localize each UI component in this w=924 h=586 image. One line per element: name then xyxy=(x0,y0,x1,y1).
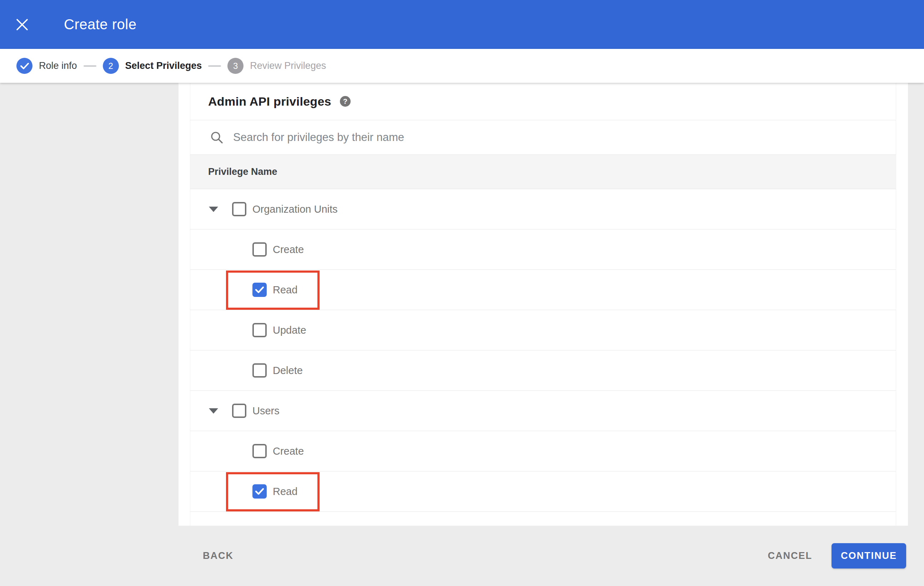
panel-title: Admin API privileges xyxy=(208,95,331,109)
row-label: Delete xyxy=(273,365,303,377)
table-row-read: Read xyxy=(190,471,896,512)
checkbox-users[interactable] xyxy=(232,403,246,418)
table-row-read: Read xyxy=(190,270,896,310)
appbar: Create role xyxy=(0,0,924,49)
row-label: Organization Units xyxy=(252,203,338,215)
checkbox-delete[interactable] xyxy=(252,363,267,378)
search-icon xyxy=(210,131,223,144)
panel-header: Admin API privileges ? xyxy=(190,83,896,120)
step-number: 3 xyxy=(228,58,244,74)
table-row-create: Create xyxy=(190,229,896,270)
privilege-name-column-header: Privilege Name xyxy=(208,166,277,177)
checkbox-read[interactable] xyxy=(252,283,267,297)
table-row-delete: Delete xyxy=(190,351,896,391)
step-review-privileges[interactable]: 3 Review Privileges xyxy=(228,58,326,74)
cancel-button[interactable]: CANCEL xyxy=(768,550,813,561)
table-row-users: Users xyxy=(190,391,896,431)
dialog-title: Create role xyxy=(64,16,136,33)
table-row-create: Create xyxy=(190,431,896,471)
checkbox-update[interactable] xyxy=(252,323,267,337)
checkbox-create[interactable] xyxy=(252,444,267,458)
collapse-arrow-icon[interactable] xyxy=(209,408,218,414)
row-label: Users xyxy=(252,405,280,417)
stepper: Role info 2 Select Privileges 3 Review P… xyxy=(0,49,924,83)
close-icon[interactable] xyxy=(15,18,29,31)
table-row-partial xyxy=(190,512,896,525)
back-button[interactable]: BACK xyxy=(203,550,234,561)
checkmark-icon xyxy=(255,286,264,293)
row-label: Read xyxy=(273,284,297,296)
table-row-update: Update xyxy=(190,310,896,351)
step-label: Role info xyxy=(39,60,77,71)
step-label: Select Privileges xyxy=(125,60,202,71)
checkbox-organization-units[interactable] xyxy=(232,202,246,216)
step-role-info[interactable]: Role info xyxy=(16,58,77,74)
help-icon[interactable]: ? xyxy=(340,96,351,107)
row-label: Create xyxy=(273,445,304,457)
dialog-body: Admin API privileges ? Privilege Name xyxy=(0,83,924,526)
table-row-organization-units: Organization Units xyxy=(190,189,896,229)
step-connector xyxy=(208,65,221,67)
row-label: Create xyxy=(273,244,304,255)
table-header: Privilege Name xyxy=(190,155,896,189)
continue-button[interactable]: CONTINUE xyxy=(832,543,906,568)
step-number: 2 xyxy=(103,58,119,74)
dialog-footer: BACK CANCEL CONTINUE xyxy=(0,526,924,586)
checkmark-icon xyxy=(255,488,264,495)
step-connector xyxy=(84,65,96,67)
checkbox-read[interactable] xyxy=(252,484,267,499)
search-input[interactable] xyxy=(233,131,769,144)
privilege-search-row xyxy=(190,120,896,155)
privileges-sheet: Admin API privileges ? Privilege Name xyxy=(178,83,908,526)
checkbox-create[interactable] xyxy=(252,242,267,257)
row-label: Read xyxy=(273,486,297,497)
step-completed-check-icon xyxy=(16,58,33,74)
collapse-arrow-icon[interactable] xyxy=(209,207,218,212)
step-select-privileges[interactable]: 2 Select Privileges xyxy=(103,58,202,74)
step-label: Review Privileges xyxy=(250,60,326,71)
row-label: Update xyxy=(273,324,306,336)
